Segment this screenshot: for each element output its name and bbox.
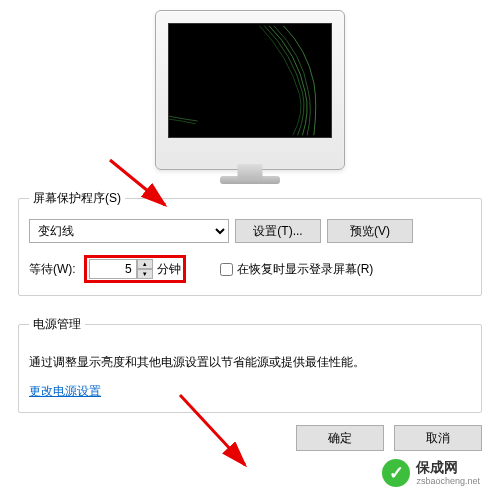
resume-checkbox[interactable] <box>220 263 233 276</box>
ok-button[interactable]: 确定 <box>296 425 384 451</box>
power-legend: 电源管理 <box>29 316 85 333</box>
screensaver-preview-screen <box>168 23 332 138</box>
watermark-logo-icon: ✓ <box>382 459 410 487</box>
power-description: 通过调整显示亮度和其他电源设置以节省能源或提供最佳性能。 <box>29 353 471 371</box>
resume-checkbox-label[interactable]: 在恢复时显示登录屏幕(R) <box>220 261 374 278</box>
screensaver-select[interactable]: 变幻线 <box>29 219 229 243</box>
power-fieldset: 电源管理 通过调整显示亮度和其他电源设置以节省能源或提供最佳性能。 更改电源设置 <box>18 316 482 413</box>
wait-spinner-down[interactable]: ▼ <box>137 269 153 279</box>
watermark: ✓ 保成网 zsbaocheng.net <box>374 455 488 491</box>
monitor-frame <box>155 10 345 170</box>
minutes-label: 分钟 <box>157 261 181 278</box>
screensaver-legend: 屏幕保护程序(S) <box>29 190 125 207</box>
monitor-base <box>220 176 280 184</box>
wait-label: 等待(W): <box>29 261 76 278</box>
wait-input[interactable] <box>89 259 137 279</box>
watermark-url: zsbaocheng.net <box>416 476 480 487</box>
cancel-button[interactable]: 取消 <box>394 425 482 451</box>
watermark-cn: 保成网 <box>416 459 480 476</box>
resume-label-text: 在恢复时显示登录屏幕(R) <box>237 261 374 278</box>
screensaver-fieldset: 屏幕保护程序(S) 变幻线 设置(T)... 预览(V) 等待(W): ▲ ▼ … <box>18 190 482 296</box>
settings-button[interactable]: 设置(T)... <box>235 219 321 243</box>
power-settings-link[interactable]: 更改电源设置 <box>29 384 101 398</box>
preview-button[interactable]: 预览(V) <box>327 219 413 243</box>
wait-spinner-up[interactable]: ▲ <box>137 259 153 269</box>
wait-spinner-highlight: ▲ ▼ 分钟 <box>84 255 186 283</box>
monitor-preview <box>18 0 482 170</box>
